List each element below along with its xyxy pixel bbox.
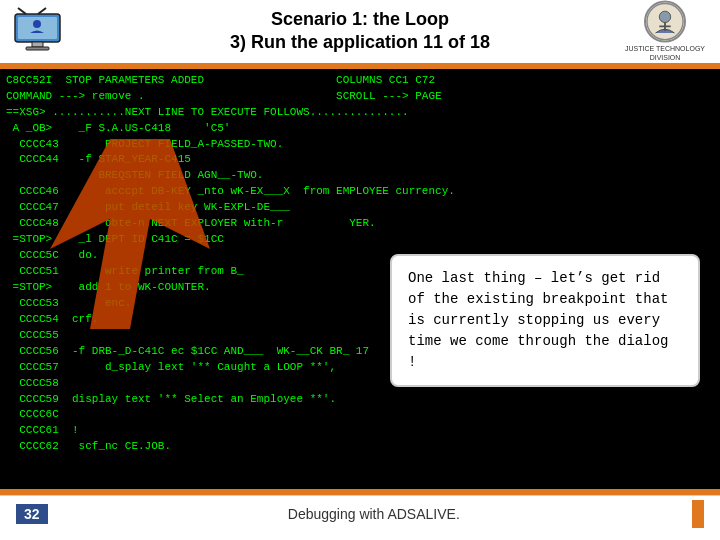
code-line-5: CCCC44 -f STAR_YEAR-C415	[6, 152, 714, 168]
code-line-21: CCCC6C	[6, 407, 714, 423]
title-line2: 3) Run the application 11 of 18	[230, 32, 490, 52]
main-content: C8CC52I STOP PARAMETERS ADDED COLUMNS CC…	[0, 69, 720, 489]
footer: 32 Debugging with ADSALIVE.	[0, 495, 720, 533]
code-line-8: CCCC47 put deteil key WK-EXPL-DE___	[6, 200, 714, 216]
svg-rect-5	[26, 47, 49, 50]
code-line-2: ==XSG> ...........NEXT LINE TO EXECUTE F…	[6, 105, 714, 121]
svg-rect-4	[32, 42, 43, 47]
svg-line-3	[38, 8, 46, 14]
svg-point-6	[33, 20, 41, 28]
svg-line-2	[18, 8, 26, 14]
slide-number: 32	[16, 504, 48, 524]
code-line-23: CCCC62 scf_nc CE.JOB.	[6, 439, 714, 455]
code-line-3: A _OB> _F S.A.US-C418 'C5'	[6, 121, 714, 137]
code-line-4: CCCC43 PROJECT FIELD_A-PASSED-TWO.	[6, 137, 714, 153]
code-display: C8CC52I STOP PARAMETERS ADDED COLUMNS CC…	[0, 69, 720, 489]
tv-icon	[10, 6, 65, 56]
code-line-10: =STOP> _l DEPT ID C41C = $1CC	[6, 232, 714, 248]
code-line-6: BREQSTEN FIELD AGN__-TWO.	[6, 168, 714, 184]
header: Scenario 1: the Loop 3) Run the applicat…	[0, 0, 720, 63]
footer-label: Debugging with ADSALIVE.	[64, 506, 684, 522]
code-line-20: CCCC59 display text '** Select an Employ…	[6, 392, 714, 408]
justice-logo	[644, 1, 686, 43]
footer-orange-bar	[692, 500, 704, 528]
tooltip-text: One last thing – let’s get rid of the ex…	[408, 270, 668, 370]
title-line1: Scenario 1: the Loop	[271, 9, 449, 29]
svg-point-8	[659, 12, 670, 23]
justice-logo-area: JUSTICE TECHNOLOGY DIVISION	[620, 1, 710, 62]
code-line-0: C8CC52I STOP PARAMETERS ADDED COLUMNS CC…	[6, 73, 714, 89]
header-title: Scenario 1: the Loop 3) Run the applicat…	[230, 8, 490, 55]
tooltip-bubble: One last thing – let’s get rid of the ex…	[390, 254, 700, 387]
code-line-9: CCCC48 obte-n NEXT EXPLOYER with-r YER.	[6, 216, 714, 232]
code-line-22: CCCC61 !	[6, 423, 714, 439]
justice-text: JUSTICE TECHNOLOGY DIVISION	[620, 45, 710, 62]
code-line-1: COMMAND ---> remove . SCROLL ---> PAGE	[6, 89, 714, 105]
code-line-7: CCCC46 acccpt DB-KEY _nto wK-EX___X from…	[6, 184, 714, 200]
